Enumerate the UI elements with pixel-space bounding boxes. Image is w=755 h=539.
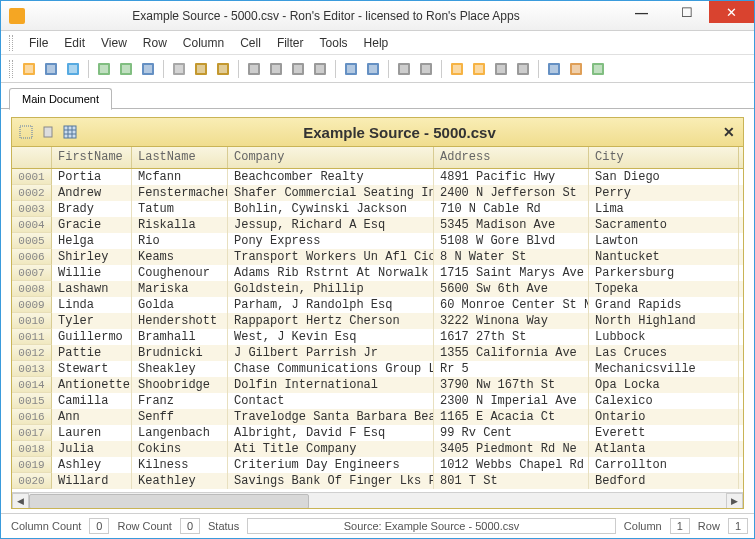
column-header-firstname[interactable]: FirstName xyxy=(52,147,132,168)
scroll-right-button[interactable]: ▶ xyxy=(726,493,743,510)
cell-address[interactable]: 801 T St xyxy=(434,473,589,489)
edit-icon[interactable] xyxy=(447,59,467,79)
table-row[interactable]: 0002AndrewFenstermacherShafer Commercial… xyxy=(12,185,743,201)
cell-address[interactable]: 1355 California Ave xyxy=(434,345,589,361)
cell-firstname[interactable]: Antionette xyxy=(52,377,132,393)
globe-icon[interactable] xyxy=(63,59,83,79)
cell-company[interactable]: J Gilbert Parrish Jr xyxy=(228,345,434,361)
cell-company[interactable]: Pony Express xyxy=(228,233,434,249)
menu-file[interactable]: File xyxy=(21,33,56,53)
cell-lastname[interactable]: Fenstermacher xyxy=(132,185,228,201)
cell-address[interactable]: 1012 Webbs Chapel Rd xyxy=(434,457,589,473)
export-icon[interactable] xyxy=(588,59,608,79)
cell-city[interactable]: Las Cruces xyxy=(589,345,739,361)
cell-city[interactable]: Nantucket xyxy=(589,249,739,265)
data-grid[interactable]: FirstName LastName Company Address City … xyxy=(11,147,744,509)
table-row[interactable]: 0007WillieCoughenourAdams Rib Rstrnt At … xyxy=(12,265,743,281)
row-header[interactable]: 0018 xyxy=(12,441,52,457)
table-row[interactable]: 0006ShirleyKeamsTransport Workers Un Afl… xyxy=(12,249,743,265)
menu-row[interactable]: Row xyxy=(135,33,175,53)
toolbar-handle[interactable] xyxy=(9,60,13,78)
cell-company[interactable]: Transport Workers Un Afl Cio xyxy=(228,249,434,265)
cell-city[interactable]: Lubbock xyxy=(589,329,739,345)
cell-address[interactable]: 710 N Cable Rd xyxy=(434,201,589,217)
cell-firstname[interactable]: Gracie xyxy=(52,217,132,233)
cell-address[interactable]: 3222 Winona Way xyxy=(434,313,589,329)
cell-address[interactable]: 1617 27th St xyxy=(434,329,589,345)
cell-firstname[interactable]: Andrew xyxy=(52,185,132,201)
cell-lastname[interactable]: Golda xyxy=(132,297,228,313)
row-header[interactable]: 0012 xyxy=(12,345,52,361)
cell-city[interactable]: Opa Locka xyxy=(589,377,739,393)
cell-city[interactable]: Grand Rapids xyxy=(589,297,739,313)
edit-field-icon[interactable] xyxy=(469,59,489,79)
cell-firstname[interactable]: Brady xyxy=(52,201,132,217)
cell-lastname[interactable]: Keams xyxy=(132,249,228,265)
cell-lastname[interactable]: Langenbach xyxy=(132,425,228,441)
cell-city[interactable]: North Highland xyxy=(589,313,739,329)
column-header-city[interactable]: City xyxy=(589,147,739,168)
cell-city[interactable]: Perry xyxy=(589,185,739,201)
scroll-track[interactable] xyxy=(29,493,726,510)
table-row[interactable]: 0008LashawnMariskaGoldstein, Phillip5600… xyxy=(12,281,743,297)
cell-company[interactable]: Adams Rib Rstrnt At Norwalk xyxy=(228,265,434,281)
cell-address[interactable]: 5600 Sw 6th Ave xyxy=(434,281,589,297)
row-header[interactable]: 0013 xyxy=(12,361,52,377)
cell-address[interactable]: Rr 5 xyxy=(434,361,589,377)
minimize-button[interactable]: — xyxy=(619,1,664,23)
row-header[interactable]: 0009 xyxy=(12,297,52,313)
redo-icon[interactable] xyxy=(213,59,233,79)
cell-lastname[interactable]: Riskalla xyxy=(132,217,228,233)
row-header[interactable]: 0005 xyxy=(12,233,52,249)
menu-filter[interactable]: Filter xyxy=(269,33,312,53)
cell-company[interactable]: Chase Communications Group Ltd xyxy=(228,361,434,377)
cell-lastname[interactable]: Mcfann xyxy=(132,169,228,185)
scroll-thumb[interactable] xyxy=(29,494,309,509)
cell-lastname[interactable]: Coughenour xyxy=(132,265,228,281)
row-header[interactable]: 0003 xyxy=(12,201,52,217)
cell-company[interactable]: West, J Kevin Esq xyxy=(228,329,434,345)
cell-address[interactable]: 8 N Water St xyxy=(434,249,589,265)
import-icon[interactable] xyxy=(566,59,586,79)
cell-lastname[interactable]: Keathley xyxy=(132,473,228,489)
paste-special-icon[interactable] xyxy=(310,59,330,79)
cell-lastname[interactable]: Brudnicki xyxy=(132,345,228,361)
cell-address[interactable]: 99 Rv Cent xyxy=(434,425,589,441)
scroll-left-button[interactable]: ◀ xyxy=(12,493,29,510)
print-icon[interactable] xyxy=(513,59,533,79)
cell-address[interactable]: 3790 Nw 167th St xyxy=(434,377,589,393)
cell-firstname[interactable]: Stewart xyxy=(52,361,132,377)
paste-icon[interactable] xyxy=(288,59,308,79)
row-header[interactable]: 0015 xyxy=(12,393,52,409)
cell-lastname[interactable]: Franz xyxy=(132,393,228,409)
cell-city[interactable]: Topeka xyxy=(589,281,739,297)
cell-firstname[interactable]: Willie xyxy=(52,265,132,281)
cell-lastname[interactable]: Kilness xyxy=(132,457,228,473)
cell-address[interactable]: 5108 W Gore Blvd xyxy=(434,233,589,249)
settings-icon[interactable] xyxy=(491,59,511,79)
grid-corner[interactable] xyxy=(12,147,52,168)
grid-expand-icon[interactable] xyxy=(363,59,383,79)
row-header[interactable]: 0007 xyxy=(12,265,52,281)
horizontal-scrollbar[interactable]: ◀ ▶ xyxy=(12,492,743,509)
cell-company[interactable]: Criterium Day Engineers xyxy=(228,457,434,473)
grid-icon[interactable] xyxy=(138,59,158,79)
cell-lastname[interactable]: Hendershott xyxy=(132,313,228,329)
cell-address[interactable]: 2300 N Imperial Ave xyxy=(434,393,589,409)
cell-company[interactable]: Jessup, Richard A Esq xyxy=(228,217,434,233)
table-row[interactable]: 0011GuillermoBramhallWest, J Kevin Esq16… xyxy=(12,329,743,345)
menu-edit[interactable]: Edit xyxy=(56,33,93,53)
table-row[interactable]: 0010TylerHendershottRappaport Hertz Cher… xyxy=(12,313,743,329)
cell-address[interactable]: 1715 Saint Marys Ave xyxy=(434,265,589,281)
row-header[interactable]: 0004 xyxy=(12,217,52,233)
maximize-button[interactable]: ☐ xyxy=(664,1,709,23)
cell-company[interactable]: Parham, J Randolph Esq xyxy=(228,297,434,313)
cell-city[interactable]: Ontario xyxy=(589,409,739,425)
cell-lastname[interactable]: Shoobridge xyxy=(132,377,228,393)
cell-company[interactable]: Savings Bank Of Finger Lks Fsb xyxy=(228,473,434,489)
cell-company[interactable]: Dolfin International xyxy=(228,377,434,393)
cell-address[interactable]: 2400 N Jefferson St xyxy=(434,185,589,201)
cell-company[interactable]: Contact xyxy=(228,393,434,409)
cell-firstname[interactable]: Helga xyxy=(52,233,132,249)
cell-address[interactable]: 3405 Piedmont Rd Ne xyxy=(434,441,589,457)
